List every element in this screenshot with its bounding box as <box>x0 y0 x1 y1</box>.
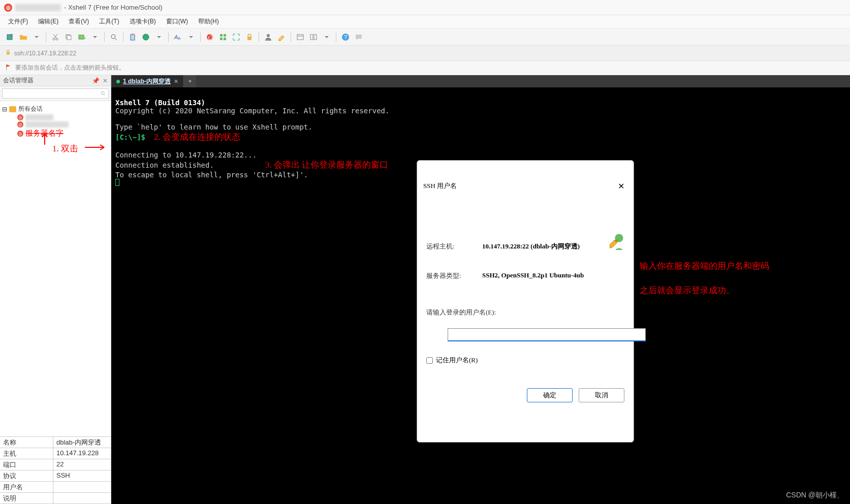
toolbar: + AA ? <box>0 28 850 46</box>
transfer-icon[interactable] <box>77 32 87 42</box>
property-row: 主机10.147.19.228 <box>0 448 111 459</box>
property-value: 22 <box>53 459 111 470</box>
property-value: dblab-内网穿透 <box>53 437 111 448</box>
hint-bar: 要添加当前会话，点击左侧的箭头按钮。 <box>0 61 850 75</box>
user-icon[interactable] <box>263 32 273 42</box>
svg-point-2 <box>53 38 55 40</box>
separator-icon <box>291 32 291 42</box>
menu-view[interactable]: 查看(V) <box>65 16 93 27</box>
dropdown3-icon[interactable] <box>154 32 164 42</box>
watermark: CSDN @朝小槿、 <box>786 491 844 500</box>
lock-icon[interactable] <box>244 32 255 42</box>
dropdown2-icon[interactable] <box>90 32 100 42</box>
separator-icon <box>259 32 259 42</box>
menu-window[interactable]: 窗口(W) <box>162 16 192 27</box>
annotation-5: 之后就会显示登录成功。 <box>640 285 735 296</box>
ok-button[interactable]: 确定 <box>527 388 573 402</box>
property-key: 端口 <box>0 459 53 470</box>
globe-icon[interactable] <box>141 32 151 42</box>
window-icon[interactable] <box>295 32 305 42</box>
open-folder-icon[interactable] <box>18 32 28 42</box>
svg-rect-24 <box>314 35 317 40</box>
property-row: 说明 <box>0 493 111 504</box>
menubar: 文件(F) 编辑(E) 查看(V) 工具(T) 选项卡(B) 窗口(W) 帮助(… <box>0 15 850 28</box>
search-icon[interactable] <box>109 32 119 42</box>
property-key: 说明 <box>0 493 53 503</box>
tree-item-label: 服务器名字 <box>25 129 64 138</box>
term-prompt: [C:\~]$ <box>115 133 145 141</box>
folder-icon <box>9 106 16 112</box>
menu-help[interactable]: 帮助(H) <box>194 16 223 27</box>
separator-icon <box>336 32 336 42</box>
tab-close-icon[interactable]: ✕ <box>174 78 178 85</box>
dropdown5-icon[interactable] <box>322 32 332 42</box>
menu-file[interactable]: 文件(F) <box>4 16 32 27</box>
cursor-icon <box>115 179 119 186</box>
search-input[interactable] <box>2 88 109 99</box>
tree-root[interactable]: ⊟ 所有会话 <box>2 104 109 114</box>
property-row: 端口22 <box>0 459 111 470</box>
app-icon: ◎ <box>4 4 12 12</box>
tree-root-label: 所有会话 <box>18 105 43 113</box>
svg-text:+: + <box>11 33 13 38</box>
tree-item-selected[interactable]: ◎ 服务器名字 <box>2 128 109 139</box>
chat-icon[interactable] <box>354 32 364 42</box>
svg-rect-5 <box>67 36 71 40</box>
svg-rect-9 <box>131 35 135 40</box>
title-redacted <box>15 4 61 11</box>
pin-icon[interactable]: 📌 <box>92 77 100 84</box>
cancel-button[interactable]: 取消 <box>579 388 624 402</box>
dropdown-icon[interactable] <box>32 32 42 42</box>
svg-rect-6 <box>79 35 84 39</box>
username-input[interactable] <box>448 328 646 341</box>
tab-add-button[interactable]: + <box>184 75 196 87</box>
terminal[interactable]: Xshell 7 (Build 0134) Copyright (c) 2020… <box>111 87 850 504</box>
close-icon[interactable]: ✕ <box>103 77 108 84</box>
tiles-icon[interactable] <box>308 32 319 42</box>
dropdown4-icon[interactable] <box>186 32 196 42</box>
annotation-1: 1. 双击 <box>52 143 78 154</box>
host-value: 10.147.19.228:22 (dblab-内网穿透) <box>482 242 624 251</box>
remember-checkbox-row[interactable]: 记住用户名(R) <box>426 356 624 365</box>
session-tree: ⊟ 所有会话 ◎ ◎ ◎ 服务器名字 <box>0 101 111 436</box>
panel-search <box>0 86 111 101</box>
property-row: 名称dblab-内网穿透 <box>0 437 111 448</box>
window-title: - Xshell 7 (Free for Home/School) <box>64 4 163 11</box>
tab-strip: 1 dblab-内网穿透 ✕ + <box>111 75 850 87</box>
swirl-icon[interactable] <box>205 32 215 42</box>
address-bar: ssh://10.147.19.228:22 <box>0 46 850 61</box>
help-icon[interactable]: ? <box>340 32 351 42</box>
dialog-title-bar: SSH 用户名 ✕ <box>417 177 634 195</box>
font-icon[interactable]: AA <box>173 32 183 42</box>
property-value <box>53 482 111 492</box>
annotation-4: 输入你在服务器端的用户名和密码 <box>640 260 769 272</box>
tree-item[interactable]: ◎ <box>2 114 109 121</box>
main-body: 会话管理器 📌 ✕ ⊟ 所有会话 ◎ <box>0 75 850 504</box>
grid-icon[interactable] <box>218 32 228 42</box>
term-line: Connection established. <box>115 161 214 169</box>
new-session-icon[interactable]: + <box>5 32 15 42</box>
remember-checkbox[interactable] <box>426 357 433 364</box>
menu-tabs[interactable]: 选项卡(B) <box>125 16 160 27</box>
svg-rect-18 <box>224 38 226 40</box>
svg-rect-10 <box>132 34 134 35</box>
separator-icon <box>123 32 123 42</box>
dialog-close-icon[interactable]: ✕ <box>615 179 627 193</box>
term-line: Type `help' to learn how to use Xshell p… <box>115 123 312 131</box>
cut-icon[interactable] <box>50 32 60 42</box>
tree-item[interactable]: ◎ <box>2 121 109 128</box>
svg-rect-16 <box>224 34 226 37</box>
address-url[interactable]: ssh://10.147.19.228:22 <box>14 50 76 57</box>
property-key: 用户名 <box>0 482 53 492</box>
svg-rect-27 <box>7 52 10 54</box>
hint-text: 要添加当前会话，点击左侧的箭头按钮。 <box>15 64 125 72</box>
menu-edit[interactable]: 编辑(E) <box>34 16 62 27</box>
tab-session[interactable]: 1 dblab-内网穿透 ✕ <box>111 75 184 87</box>
expand-icon[interactable] <box>231 32 241 42</box>
paste-icon[interactable] <box>128 32 138 42</box>
copy-icon[interactable] <box>64 32 74 42</box>
menu-tools[interactable]: 工具(T) <box>95 16 123 27</box>
annotation-3: 3. 会弹出 让你登录服务器的窗口 <box>265 160 388 170</box>
highlight-icon[interactable] <box>276 32 287 42</box>
dialog-body: 远程主机: 10.147.19.228:22 (dblab-内网穿透) 服务器类… <box>417 211 634 426</box>
